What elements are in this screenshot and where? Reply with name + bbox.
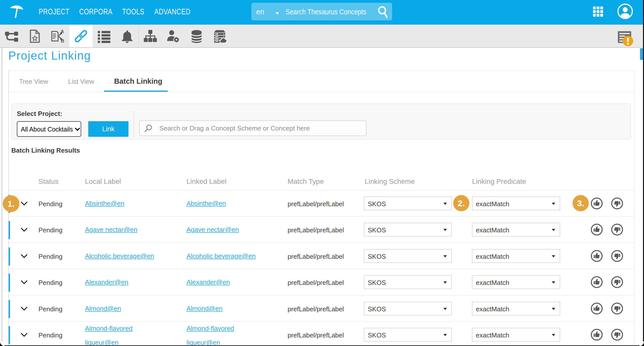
svg-text:A: A (61, 29, 64, 34)
svg-text:B: B (61, 38, 64, 43)
